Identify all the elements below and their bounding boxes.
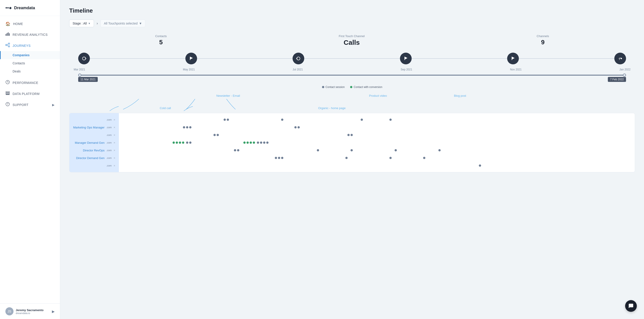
stat-first-touch: First Touch Channel Calls xyxy=(339,35,364,46)
svg-point-6 xyxy=(8,46,10,47)
timeline-node-4[interactable] xyxy=(507,53,519,64)
logo-icon: ••● xyxy=(6,5,12,11)
range-end-label: 7 Feb 2022 xyxy=(608,77,626,82)
contact-name-3: Manager Demand Gen xyxy=(75,141,104,144)
performance-label: PERFORMANCE xyxy=(12,81,38,85)
dot-row-4 xyxy=(122,146,632,154)
main-content: Timeline Stage : All ▼ › All Touchpoints… xyxy=(60,0,644,319)
dot xyxy=(361,119,363,121)
dot-row-1 xyxy=(122,124,632,131)
dot xyxy=(260,142,262,144)
legend-contact-session-label: Contact session xyxy=(326,86,345,89)
range-thumb-right[interactable] xyxy=(623,74,626,77)
deals-label: Deals xyxy=(12,70,21,73)
svg-point-17 xyxy=(621,58,622,59)
range-bar xyxy=(78,75,626,76)
stat-first-touch-label: First Touch Channel xyxy=(339,35,364,38)
contacts-panel: .com ✕ Marketing Ops Manager .com ✕ .com… xyxy=(70,113,119,172)
dot-row-2 xyxy=(122,131,632,139)
contact-row-6: .com ✕ xyxy=(73,162,115,169)
sidebar-sub-deals[interactable]: Deals xyxy=(0,67,60,75)
stat-channels: Channels 9 xyxy=(536,35,549,46)
timeline-node-3[interactable] xyxy=(400,53,412,64)
sidebar-item-home-label: HOME xyxy=(13,22,23,26)
chat-button[interactable] xyxy=(625,300,637,312)
sidebar-item-performance[interactable]: PERFORMANCE xyxy=(0,77,60,88)
dot xyxy=(189,126,192,128)
contact-x-6: ✕ xyxy=(114,164,115,167)
range-slider[interactable]: 11 Mar 2021 7 Feb 2022 xyxy=(69,75,635,82)
support-arrow-icon: ▶ xyxy=(52,103,55,107)
filters-row: Stage : All ▼ › All Touchpoints selected… xyxy=(69,20,635,27)
timeline-node-2[interactable] xyxy=(292,53,304,64)
sidebar-item-revenue-analytics[interactable]: REVENUE ANALYTICS xyxy=(0,29,60,40)
contact-email-3: .com xyxy=(106,141,112,144)
timeline-node-0[interactable] xyxy=(78,53,90,64)
touchpoints-dropdown-icon: ▼ xyxy=(139,22,142,25)
contact-row-3[interactable]: Manager Demand Gen .com ✕ xyxy=(73,139,115,146)
sidebar-sub-companies[interactable]: Companies xyxy=(0,51,60,59)
contact-row-5[interactable]: Director Demand Gen .com ✕ xyxy=(73,154,115,162)
dots-panel xyxy=(119,113,635,172)
dot-green xyxy=(253,142,255,144)
dot-row-0 xyxy=(122,116,632,124)
timeline-date-1: May 2021 xyxy=(183,68,195,71)
dot-green xyxy=(182,142,184,144)
contact-name-1: Marketing Ops Manager xyxy=(73,126,104,129)
annotation-newsletter: Newsletter - Email xyxy=(216,94,240,97)
sidebar-item-support[interactable]: ? Support ▶ xyxy=(0,99,60,110)
stage-filter[interactable]: Stage : All ▼ xyxy=(69,20,94,27)
dot xyxy=(390,119,392,121)
range-start-label: 11 Mar 2021 xyxy=(78,77,98,82)
sidebar-item-data-platform[interactable]: DATA PLATFORM xyxy=(0,88,60,99)
contact-email-0: .com xyxy=(106,118,112,121)
svg-rect-1 xyxy=(7,33,8,36)
contact-x-3: ✕ xyxy=(114,142,115,144)
contact-x-0: ✕ xyxy=(114,119,115,121)
dot xyxy=(438,149,441,151)
dot xyxy=(350,134,353,136)
dot xyxy=(257,142,259,144)
dot xyxy=(237,149,239,151)
dot-green xyxy=(250,142,252,144)
logo[interactable]: ••● Dreamdata xyxy=(0,0,60,16)
dot xyxy=(317,149,319,151)
dot xyxy=(266,142,268,144)
dot xyxy=(390,157,392,159)
timeline-node-5[interactable] xyxy=(614,53,626,64)
dot xyxy=(294,126,296,128)
sidebar-sub-contacts[interactable]: Contacts xyxy=(0,59,60,67)
touchpoints-filter[interactable]: All Touchpoints selected ▼ xyxy=(100,20,146,27)
svg-text:?: ? xyxy=(7,103,8,106)
sidebar-item-home[interactable]: 🏠 HOME xyxy=(0,19,60,29)
stat-contacts-value: 5 xyxy=(155,39,167,46)
timeline-date-5: Jan 2022 xyxy=(620,68,630,71)
svg-rect-10 xyxy=(6,92,10,93)
timeline-dates: Mar 2021 May 2021 Jul 2021 Sep 2021 Nov … xyxy=(69,68,635,71)
sidebar-nav: 🏠 HOME REVENUE ANALYTICS xyxy=(0,16,60,303)
timeline-date-3: Sep 2021 xyxy=(401,68,412,71)
touchpoints-label: All Touchpoints selected xyxy=(104,22,138,25)
dot xyxy=(275,157,277,159)
dot xyxy=(281,157,283,159)
dot xyxy=(394,149,397,151)
sidebar-item-journeys[interactable]: JOURNEYS xyxy=(0,40,60,51)
annotations-area: Newsletter - Email Product video Blog po… xyxy=(69,94,635,112)
dot xyxy=(186,142,188,144)
user-footer[interactable]: JS Jeremy Sacramento dreamdata.io ▶ xyxy=(0,303,60,319)
stat-contacts-label: Contacts xyxy=(155,35,167,38)
legend-contact-conversion-label: Contact with conversion xyxy=(354,86,382,89)
contact-row-1[interactable]: Marketing Ops Manager .com ✕ xyxy=(73,124,115,131)
data-platform-icon xyxy=(6,91,10,97)
annotation-organic-home: Organic - home page xyxy=(318,106,346,110)
timeline-date-0: Mar 2021 xyxy=(74,68,85,71)
dot xyxy=(216,134,219,136)
contact-row-4[interactable]: Director RevOps .com ✕ xyxy=(73,146,115,154)
annotation-product-video: Product video xyxy=(369,94,387,97)
dot xyxy=(186,126,188,128)
dot xyxy=(348,134,350,136)
timeline-node-1[interactable] xyxy=(186,53,197,64)
contact-row-2: .com ✕ xyxy=(73,131,115,139)
range-thumb-left[interactable] xyxy=(78,74,81,77)
stats-row: Contacts 5 First Touch Channel Calls Cha… xyxy=(69,35,635,46)
